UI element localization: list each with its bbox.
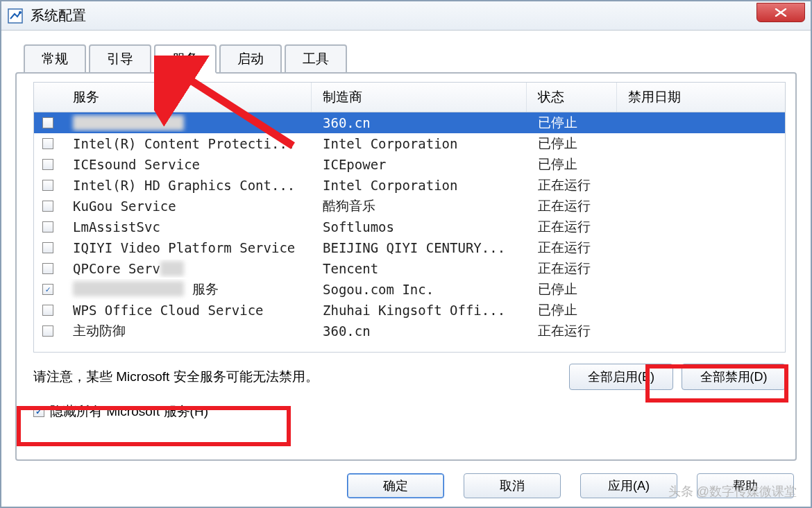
cell-status: 已停止 [527, 300, 617, 321]
cell-manufacturer: Intel Corporation [312, 135, 527, 153]
cell-manufacturer: ICEpower [312, 155, 527, 173]
cell-date [617, 226, 785, 228]
note-text: 请注意，某些 Microsoft 安全服务可能无法禁用。 [33, 368, 561, 386]
cell-manufacturer: Softlumos [312, 218, 527, 236]
window-title: 系统配置 [31, 6, 86, 25]
row-checkbox[interactable] [42, 221, 53, 232]
msconfig-window: 系统配置 常规 引导 服务 启动 工具 服务 制造商 状态 禁用日期 █████… [0, 0, 812, 508]
cell-service: Intel(R) Content Protecti... [62, 135, 312, 153]
table-row[interactable]: KuGou Service酷狗音乐正在运行 [34, 196, 785, 217]
cell-date [617, 163, 785, 166]
cell-service: KuGou Service [62, 197, 312, 215]
services-table: 服务 制造商 状态 禁用日期 ██████████████360.cn已停止In… [33, 82, 786, 353]
cell-date [617, 330, 785, 332]
cell-date [617, 184, 785, 187]
cell-service: WPS Office Cloud Service [62, 301, 312, 319]
row-checkbox[interactable] [42, 159, 53, 170]
cell-service: QPCore Serv███ [62, 260, 312, 278]
enable-all-button[interactable]: 全部启用(E) [569, 364, 673, 390]
close-button[interactable] [756, 3, 805, 22]
row-checkbox[interactable] [42, 180, 53, 191]
cell-status: 正在运行 [527, 175, 617, 196]
cell-service: ██████████████ [62, 114, 312, 132]
cell-status: 正在运行 [527, 217, 617, 237]
tab-startup[interactable]: 启动 [219, 44, 282, 74]
cell-service: 主动防御 [62, 321, 312, 341]
cell-manufacturer: 360.cn [312, 322, 527, 340]
services-panel: 服务 制造商 状态 禁用日期 ██████████████360.cn已停止In… [15, 72, 797, 461]
row-checkbox[interactable] [42, 325, 53, 337]
cell-date [617, 309, 785, 312]
cell-status: 已停止 [527, 133, 617, 154]
cell-manufacturer: Sogou.com Inc. [312, 280, 527, 298]
watermark: 头条 @数字传媒微课堂 [668, 483, 797, 500]
table-row[interactable]: QPCore Serv███Tencent正在运行 [34, 258, 785, 279]
table-row[interactable]: 主动防御360.cn正在运行 [34, 321, 785, 341]
col-service[interactable]: 服务 [62, 83, 312, 112]
disable-all-button[interactable]: 全部禁用(D) [682, 364, 786, 390]
cell-manufacturer: Zhuhai Kingsoft Offi... [312, 301, 527, 319]
tab-strip: 常规 引导 服务 启动 工具 [1, 31, 811, 74]
cell-manufacturer: 360.cn [312, 114, 527, 132]
row-checkbox[interactable] [42, 242, 53, 253]
hide-microsoft-label: 隐藏所有 Microsoft 服务(H) [50, 403, 208, 421]
cell-date [617, 246, 785, 249]
table-row[interactable]: Intel(R) HD Graphics Cont...Intel Corpor… [34, 175, 785, 196]
cell-date [617, 267, 785, 270]
row-checkbox[interactable] [42, 201, 53, 212]
row-checkbox[interactable] [42, 305, 53, 316]
table-row[interactable]: ICEsound ServiceICEpower已停止 [34, 154, 785, 175]
cell-status: 正在运行 [527, 258, 617, 279]
table-row[interactable]: ██████████████360.cn已停止 [34, 112, 785, 133]
tab-services[interactable]: 服务 [154, 44, 217, 74]
ok-button[interactable]: 确定 [347, 473, 444, 498]
table-row[interactable]: LmAssistSvcSoftlumos正在运行 [34, 217, 785, 237]
cancel-button[interactable]: 取消 [464, 473, 561, 498]
hide-microsoft-checkbox[interactable] [33, 406, 44, 417]
cell-manufacturer: Tencent [312, 260, 527, 278]
titlebar: 系统配置 [1, 1, 811, 31]
col-disabled-date[interactable]: 禁用日期 [617, 83, 785, 112]
svg-point-1 [19, 11, 22, 14]
tab-general[interactable]: 常规 [24, 44, 86, 74]
table-row[interactable]: Intel(R) Content Protecti...Intel Corpor… [34, 133, 785, 154]
cell-service: IQIYI Video Platform Service [62, 239, 312, 257]
cell-date [617, 205, 785, 208]
tab-tools[interactable]: 工具 [285, 44, 347, 74]
cell-date [617, 121, 785, 124]
cell-status: 正在运行 [527, 237, 617, 258]
col-status[interactable]: 状态 [527, 83, 617, 112]
row-checkbox[interactable] [42, 138, 53, 149]
note-row: 请注意，某些 Microsoft 安全服务可能无法禁用。 全部启用(E) 全部禁… [33, 364, 786, 390]
table-row[interactable]: IQIYI Video Platform ServiceBEIJING QIYI… [34, 237, 785, 258]
cell-status: 已停止 [527, 279, 617, 300]
cell-service: Intel(R) HD Graphics Cont... [62, 176, 312, 194]
cell-status: 已停止 [527, 112, 617, 133]
cell-date [617, 142, 785, 145]
cell-manufacturer: Intel Corporation [312, 176, 527, 194]
cell-service: ██████████████ 服务 [62, 279, 312, 300]
col-manufacturer[interactable]: 制造商 [312, 83, 527, 112]
hide-microsoft-row: 隐藏所有 Microsoft 服务(H) [33, 403, 786, 421]
cell-status: 已停止 [527, 154, 617, 175]
row-checkbox[interactable] [42, 117, 53, 128]
cell-manufacturer: 酷狗音乐 [312, 196, 527, 217]
cell-manufacturer: BEIJING QIYI CENTURY... [312, 239, 527, 257]
row-checkbox[interactable] [42, 263, 53, 274]
cell-date [617, 288, 785, 291]
cell-service: LmAssistSvc [62, 218, 312, 236]
app-icon [7, 8, 24, 24]
table-header: 服务 制造商 状态 禁用日期 [34, 83, 785, 112]
cell-status: 正在运行 [527, 321, 617, 341]
apply-button[interactable]: 应用(A) [580, 473, 677, 498]
tab-boot[interactable]: 引导 [89, 44, 151, 74]
row-checkbox[interactable] [42, 284, 53, 295]
cell-service: ICEsound Service [62, 155, 312, 173]
table-row[interactable]: WPS Office Cloud ServiceZhuhai Kingsoft … [34, 300, 785, 321]
table-row[interactable]: ██████████████ 服务Sogou.com Inc.已停止 [34, 279, 785, 300]
cell-status: 正在运行 [527, 196, 617, 217]
